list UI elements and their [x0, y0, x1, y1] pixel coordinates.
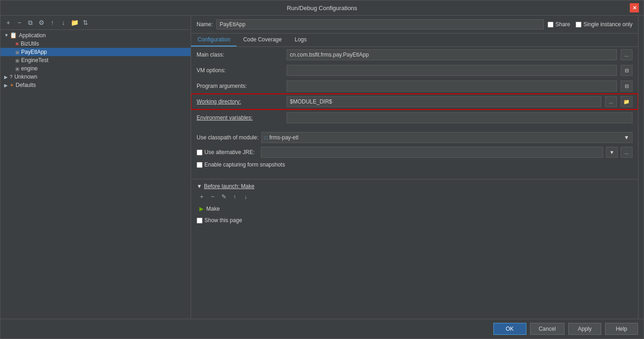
alt-jre-input[interactable] — [261, 147, 603, 158]
working-dir-input[interactable] — [287, 96, 601, 107]
close-button[interactable]: ✕ — [630, 3, 639, 12]
classpath-label: Use classpath of module: — [197, 134, 259, 141]
engine-icon: ▣ — [15, 66, 19, 71]
working-dir-label: Working directory: — [197, 98, 283, 105]
bottom-bar: OK Cancel Apply Help — [0, 319, 644, 339]
cancel-button[interactable]: Cancel — [530, 323, 565, 335]
alt-jre-browse-btn[interactable]: ... — [621, 147, 633, 158]
before-launch-add-btn[interactable]: + — [197, 191, 207, 201]
before-launch-title: Before launch: Make — [204, 183, 254, 190]
scrollbar[interactable] — [638, 16, 644, 319]
tab-configuration[interactable]: Configuration — [191, 34, 237, 46]
arrow-defaults: ▶ — [4, 83, 10, 88]
working-dir-browse-btn[interactable]: ... — [605, 96, 617, 107]
tabs-row: Configuration Code Coverage Logs — [191, 34, 638, 47]
tree-item-engine[interactable]: ▣ engine — [0, 64, 191, 73]
single-instance-label: Single instance only — [576, 21, 633, 28]
remove-config-button[interactable]: − — [14, 17, 24, 28]
alt-jre-checkbox-label: Use alternative JRE: — [197, 149, 254, 155]
tree-label-defaults: Defaults — [16, 82, 36, 88]
alt-jre-dropdown-btn[interactable]: ▼ — [606, 147, 618, 158]
working-dir-folder-btn[interactable]: 📁 — [621, 96, 633, 107]
apply-button[interactable]: Apply — [568, 323, 601, 335]
classpath-value: frms-pay-etl — [269, 134, 298, 141]
before-launch-toolbar: + − ✎ ↑ ↓ — [197, 191, 633, 201]
help-button[interactable]: Help — [605, 323, 638, 335]
classpath-dropdown[interactable]: □ frms-pay-etl ▼ — [261, 132, 633, 143]
left-panel: + − ⧉ ⚙ ↑ ↓ 📁 ⇅ ▼ 📋 Application — [0, 16, 191, 319]
share-checkbox[interactable] — [548, 22, 554, 28]
tree-label-engine: engine — [21, 65, 38, 72]
tab-logs[interactable]: Logs — [288, 34, 313, 46]
make-label: Make — [206, 206, 220, 212]
alt-jre-checkbox[interactable] — [197, 149, 203, 155]
program-args-expand-btn[interactable]: ⊟ — [621, 80, 633, 92]
before-launch-arrow: ▼ — [197, 183, 202, 190]
defaults-icon: ✦ — [10, 82, 14, 88]
name-input[interactable] — [216, 19, 544, 29]
tree-toolbar: + − ⧉ ⚙ ↑ ↓ 📁 ⇅ — [0, 16, 191, 30]
before-launch-down-btn[interactable]: ↓ — [241, 191, 251, 201]
share-label: Share — [555, 21, 570, 28]
env-vars-label: Environment variables: — [197, 115, 283, 121]
new-folder-button[interactable]: 📁 — [69, 17, 79, 28]
program-args-input[interactable] — [287, 80, 617, 92]
sort-button[interactable]: ⇅ — [80, 17, 90, 28]
move-up-button[interactable]: ↑ — [47, 17, 57, 28]
env-vars-input[interactable] — [287, 112, 633, 123]
spacer2 — [191, 170, 638, 179]
run-debug-dialog: Run/Debug Configurations ✕ + − ⧉ ⚙ ↑ ↓ 📁… — [0, 0, 644, 339]
dialog-title: Run/Debug Configurations — [14, 5, 630, 11]
name-label: Name: — [197, 21, 213, 28]
show-page-text: Show this page — [204, 217, 242, 224]
tree-label-payetlapp: PayEtlApp — [21, 49, 47, 55]
working-dir-row: Working directory: ... 📁 — [191, 94, 638, 109]
tree-item-enginetest[interactable]: ▣ EngineTest — [0, 56, 191, 64]
vm-options-input[interactable] — [287, 65, 617, 76]
settings-config-button[interactable]: ⚙ — [36, 17, 46, 28]
tree-label-bizutils: BizUtils — [21, 40, 39, 47]
before-launch-up-btn[interactable]: ↑ — [230, 191, 240, 201]
copy-config-button[interactable]: ⧉ — [25, 17, 35, 28]
tree-item-defaults[interactable]: ▶ ✦ Defaults — [0, 81, 191, 89]
add-config-button[interactable]: + — [3, 17, 13, 28]
before-launch-list: ▶ Make — [197, 203, 633, 214]
tree-item-unknown[interactable]: ▶ ? Unknown — [0, 73, 191, 81]
module-icon: □ — [265, 135, 268, 140]
show-page-checkbox[interactable] — [197, 218, 203, 224]
form-snapshots-checkbox[interactable] — [197, 162, 203, 168]
vm-options-row: VM options: ⊟ — [191, 63, 638, 78]
move-down-button[interactable]: ↓ — [58, 17, 68, 28]
alt-jre-row: Use alternative JRE: ▼ ... — [191, 145, 638, 160]
tree-label-application: Application — [19, 32, 46, 39]
enginetest-icon: ▣ — [15, 58, 19, 63]
main-class-browse-btn[interactable]: ... — [621, 49, 633, 60]
before-launch-remove-btn[interactable]: − — [208, 191, 218, 201]
before-launch-make-item[interactable]: ▶ Make — [197, 204, 633, 213]
tree-item-bizutils[interactable]: ✖ BizUtils — [0, 40, 191, 48]
classpath-dropdown-arrow: ▼ — [624, 134, 629, 141]
vm-options-expand-btn[interactable]: ⊟ — [621, 65, 633, 76]
tree-label-enginetest: EngineTest — [21, 57, 48, 63]
env-vars-row: Environment variables: — [191, 109, 638, 126]
arrow-application: ▼ — [4, 33, 10, 38]
show-page-label: Show this page — [197, 217, 242, 224]
before-launch-edit-btn[interactable]: ✎ — [219, 191, 229, 201]
form-snapshots-label: Enable capturing form snapshots — [197, 161, 285, 168]
before-launch-header[interactable]: ▼ Before launch: Make — [197, 183, 633, 190]
ok-button[interactable]: OK — [493, 323, 526, 335]
config-tree: ▼ 📋 Application ✖ BizUtils ▣ PayEtlApp — [0, 30, 191, 319]
tab-code-coverage[interactable]: Code Coverage — [237, 34, 288, 46]
tree-item-application[interactable]: ▼ 📋 Application — [0, 31, 191, 40]
single-instance-checkbox[interactable] — [576, 22, 582, 28]
right-panel: Name: Share Single instance only Configu… — [191, 16, 638, 319]
share-checkbox-label: Share — [548, 21, 570, 28]
spacer — [191, 126, 638, 130]
program-args-row: Program arguments: ⊟ — [191, 78, 638, 94]
make-icon: ▶ — [199, 206, 203, 212]
single-instance-text: Single instance only — [583, 21, 633, 28]
main-content: + − ⧉ ⚙ ↑ ↓ 📁 ⇅ ▼ 📋 Application — [0, 16, 644, 319]
main-class-input[interactable] — [287, 49, 617, 60]
title-bar: Run/Debug Configurations ✕ — [0, 0, 644, 16]
tree-item-payetlapp[interactable]: ▣ PayEtlApp — [0, 48, 191, 56]
